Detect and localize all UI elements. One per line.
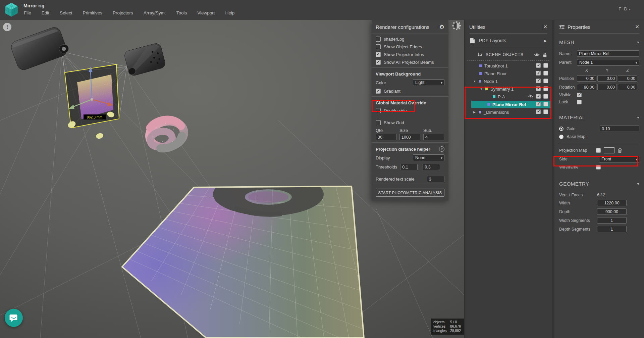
object-flag-checkbox[interactable] [543, 86, 548, 91]
rotation-x-input[interactable] [577, 84, 596, 90]
object-type-bullet [479, 80, 481, 83]
object-enabled-checkbox[interactable] [536, 102, 541, 106]
close-icon[interactable]: ✕ [543, 24, 547, 30]
projection-map-slot[interactable] [604, 147, 614, 153]
sort-icon[interactable] [477, 52, 482, 57]
object-enabled-checkbox[interactable] [536, 63, 541, 68]
object-flag-checkbox[interactable] [543, 109, 548, 114]
lock-checkbox[interactable] [577, 100, 582, 104]
tree-item-p-a[interactable]: P-A [471, 93, 551, 100]
tree-caret-icon[interactable]: ▼ [480, 88, 485, 91]
base-map-radio[interactable] [559, 135, 564, 139]
trash-icon[interactable] [618, 148, 622, 153]
eye-icon[interactable] [528, 94, 533, 98]
pdf-layouts-item[interactable]: PDF Layouts ▶ [465, 34, 552, 48]
double-side-checkbox[interactable] [376, 108, 381, 113]
threshold-high-input[interactable] [423, 164, 440, 170]
tree-item-symmetry1[interactable]: ▼ Symmetry 1 [471, 85, 551, 93]
tree-item-torusknot[interactable]: TorusKnot 1 [471, 62, 551, 69]
size-input[interactable] [399, 134, 420, 140]
chat-support-button[interactable] [5, 309, 23, 327]
menu-select[interactable]: Select [60, 10, 72, 15]
display-select[interactable]: None [413, 154, 444, 161]
gain-radio[interactable] [559, 127, 564, 131]
width-segments-input[interactable] [597, 217, 627, 224]
menu-file[interactable]: File [24, 10, 31, 15]
threshold-low-input[interactable] [400, 164, 418, 170]
tree-caret-icon[interactable]: ▶ [473, 110, 479, 114]
start-photometric-analysis-button[interactable]: START PHOTOMETRIC ANALYSIS [376, 189, 444, 197]
side-select[interactable]: Front [599, 156, 639, 162]
projection-map-checkbox[interactable] [596, 148, 601, 153]
object-enabled-checkbox[interactable] [536, 79, 541, 83]
show-grid-checkbox[interactable] [376, 120, 381, 125]
position-z-input[interactable] [618, 75, 637, 82]
background-color-select[interactable]: Light [413, 79, 444, 86]
object-enabled-checkbox[interactable] [536, 94, 541, 99]
wireframe-checkbox[interactable] [596, 165, 601, 170]
menu-primitives[interactable]: Primitives [83, 10, 103, 15]
menu-array-sym[interactable]: Array/Sym. [144, 10, 166, 15]
tree-item-dimensions[interactable]: ▶ _Dimensions [471, 108, 551, 116]
help-icon[interactable]: ? [439, 146, 444, 152]
torus-knot-object[interactable] [147, 116, 186, 151]
gain-input[interactable] [600, 126, 639, 132]
rotation-y-input[interactable] [597, 84, 617, 90]
axis-header: XYZ [577, 68, 639, 73]
parent-select[interactable]: Node 1 [577, 59, 639, 66]
shaderlog-checkbox[interactable] [376, 37, 381, 42]
menu-help[interactable]: Help [225, 10, 234, 15]
width-input[interactable] [597, 200, 627, 206]
object-flag-checkbox[interactable] [543, 71, 548, 76]
gradiant-checkbox[interactable] [376, 89, 381, 94]
name-input[interactable] [577, 50, 639, 57]
depth-segments-input[interactable] [597, 226, 627, 232]
chevron-down-icon[interactable]: ▾ [637, 182, 639, 186]
object-enabled-checkbox[interactable] [536, 86, 541, 91]
divider [372, 67, 448, 68]
tree-item-plane-mirror-ref[interactable]: Plane Mirror Ref [471, 101, 551, 108]
menu-projectors[interactable]: Projectors [113, 10, 133, 15]
tree-caret-icon[interactable]: ▼ [473, 80, 479, 83]
object-flag-checkbox[interactable] [543, 79, 548, 83]
vert-faces-label: Vert. / Faces [559, 193, 597, 197]
show-object-edges-checkbox[interactable] [376, 44, 381, 49]
base-map-label: Base Map [567, 134, 585, 139]
object-enabled-checkbox[interactable] [536, 71, 541, 76]
menu-tools[interactable]: Tools [176, 10, 187, 15]
eye-icon[interactable] [534, 52, 540, 57]
qte-input[interactable] [376, 134, 396, 140]
visible-checkbox[interactable] [577, 93, 582, 97]
show-projector-infos-checkbox[interactable] [376, 52, 381, 57]
user-menu[interactable]: F D▾ [619, 6, 631, 11]
menu-edit[interactable]: Edit [42, 10, 49, 15]
gear-icon[interactable]: ⚙ [439, 23, 444, 31]
position-y-input[interactable] [597, 75, 617, 82]
sub-input[interactable] [423, 134, 444, 140]
rotation-z-input[interactable] [618, 84, 637, 90]
object-flag-checkbox[interactable] [543, 102, 548, 106]
object-flag-checkbox[interactable] [543, 94, 548, 99]
stat-objects-label: objects [433, 320, 449, 324]
pdf-file-icon [470, 38, 475, 44]
depth-input[interactable] [597, 208, 627, 215]
tree-item-label: _Dimensions [484, 110, 509, 115]
tree-item-node1[interactable]: ▼ Node 1 [471, 78, 551, 85]
object-enabled-checkbox[interactable] [536, 109, 541, 114]
rendered-text-scale-input[interactable] [427, 176, 444, 182]
show-all-projector-beams-checkbox[interactable] [376, 60, 381, 65]
warning-icon[interactable]: ! [3, 23, 11, 31]
contrast-toggle-icon[interactable] [452, 21, 461, 30]
lock-icon[interactable] [542, 52, 547, 57]
divider [372, 185, 448, 185]
chevron-down-icon[interactable]: ▾ [637, 40, 639, 45]
object-flag-checkbox[interactable] [543, 63, 548, 68]
menu-viewport[interactable]: Viewport [197, 10, 215, 15]
app-window: Mirror rig File Edit Select Primitives P… [0, 0, 644, 338]
viewport-3d[interactable]: 962.3 mm ! [0, 20, 464, 338]
chevron-down-icon[interactable]: ▾ [637, 115, 639, 120]
tree-item-plane-floor[interactable]: Plane Floor [471, 70, 551, 77]
position-x-input[interactable] [577, 75, 596, 82]
close-icon[interactable]: ✕ [635, 24, 639, 30]
show-all-projector-beams-label: Show All Projector Beams [384, 60, 434, 65]
